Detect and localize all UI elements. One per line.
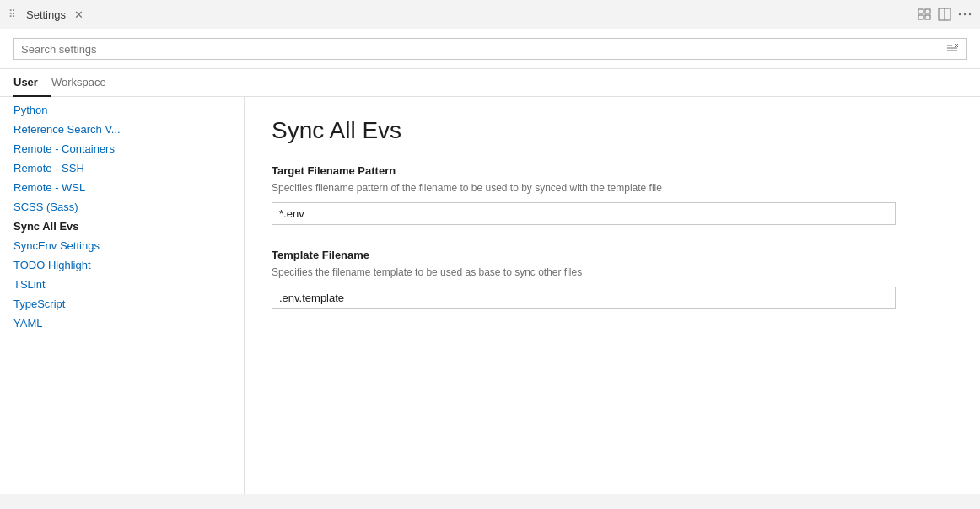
- settings-tab-title: Settings: [26, 8, 66, 21]
- sidebar-item-todo-highlight[interactable]: TODO Highlight: [0, 255, 244, 275]
- setting-label-template-filename: Template Filename: [272, 249, 953, 261]
- setting-label-target-filename-pattern: Target Filename Pattern: [272, 164, 953, 177]
- more-actions-icon[interactable]: [958, 8, 972, 21]
- sidebar-item-tslint[interactable]: TSLint: [0, 275, 244, 294]
- svg-rect-2: [918, 15, 923, 19]
- title-bar-left: ⠿ Settings ✕: [8, 8, 86, 21]
- title-bar: ⠿ Settings ✕: [0, 0, 980, 29]
- svg-rect-0: [918, 9, 923, 13]
- setting-description-template-filename: Specifies the filename template to be us…: [272, 265, 953, 280]
- sidebar-item-scss-sass[interactable]: SCSS (Sass): [0, 197, 244, 217]
- setting-target-filename-pattern: Target Filename Pattern Specifies filena…: [272, 164, 953, 225]
- setting-template-filename: Template Filename Specifies the filename…: [272, 249, 953, 309]
- sidebar-item-sync-all-evs[interactable]: Sync All Evs: [0, 217, 244, 236]
- drag-icon: ⠿: [8, 8, 16, 20]
- sidebar-item-remote-containers[interactable]: Remote - Containers: [0, 139, 244, 158]
- svg-point-6: [959, 13, 961, 15]
- search-bar: [13, 38, 967, 60]
- svg-rect-1: [925, 9, 930, 13]
- search-bar-container: [0, 29, 980, 69]
- sidebar-item-python[interactable]: Python: [0, 100, 244, 120]
- svg-point-7: [964, 13, 966, 15]
- search-clear-icon[interactable]: [945, 42, 959, 56]
- open-settings-icon[interactable]: [918, 8, 931, 21]
- sidebar-item-syncenv-settings[interactable]: SyncEnv Settings: [0, 236, 244, 255]
- settings-tabs: User Workspace: [0, 69, 980, 97]
- setting-input-template-filename[interactable]: [272, 287, 896, 309]
- title-bar-actions: [918, 8, 972, 21]
- setting-description-target-filename-pattern: Specifies filename pattern of the filena…: [272, 180, 953, 196]
- sidebar-item-remote-wsl[interactable]: Remote - WSL: [0, 178, 244, 197]
- tab-workspace[interactable]: Workspace: [51, 69, 120, 97]
- setting-input-target-filename-pattern[interactable]: [272, 202, 896, 225]
- tab-user[interactable]: User: [13, 69, 51, 97]
- search-input[interactable]: [21, 43, 945, 56]
- close-tab-button[interactable]: ✕: [73, 8, 86, 21]
- split-editor-icon[interactable]: [938, 8, 951, 21]
- settings-sidebar: Python Reference Search V... Remote - Co…: [0, 97, 245, 494]
- sidebar-item-remote-ssh[interactable]: Remote - SSH: [0, 158, 244, 178]
- sidebar-item-yaml[interactable]: YAML: [0, 313, 244, 333]
- svg-rect-3: [925, 15, 930, 19]
- sidebar-item-reference-search[interactable]: Reference Search V...: [0, 120, 244, 139]
- svg-point-8: [969, 13, 971, 15]
- sidebar-item-typescript[interactable]: TypeScript: [0, 294, 244, 313]
- content-area: Sync All Evs Target Filename Pattern Spe…: [245, 97, 980, 494]
- main-layout: Python Reference Search V... Remote - Co…: [0, 97, 980, 494]
- page-title: Sync All Evs: [272, 117, 953, 144]
